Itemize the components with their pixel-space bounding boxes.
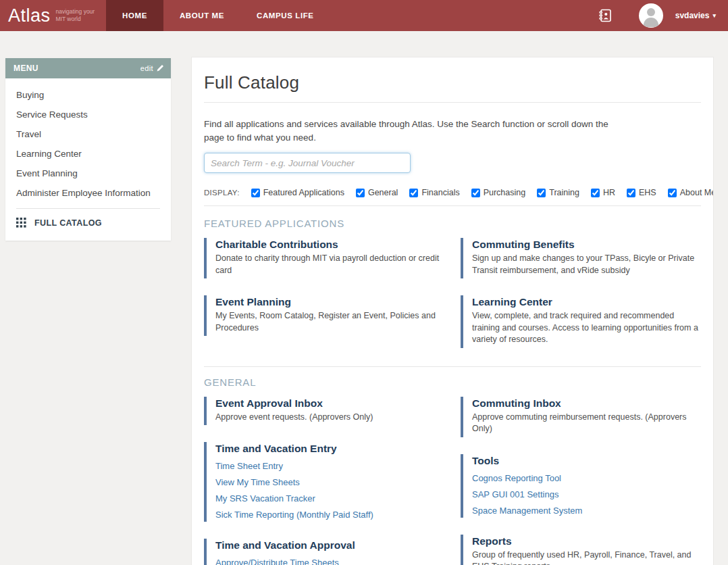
display-filter-row: DISPLAY: Featured Applications General F… [204,188,701,197]
sidebar-item-administer-employee-information[interactable]: Administer Employee Information [5,183,171,203]
app-card-title[interactable]: Commuting Benefits [472,239,701,251]
app-card-title[interactable]: Charitable Contributions [215,239,444,251]
link-sap-gui-001-settings[interactable]: SAP GUI 001 Settings [472,489,701,499]
menu-edit-button[interactable]: edit [140,64,164,72]
filter-ehs[interactable]: EHS [627,188,656,197]
filter-featured-applications[interactable]: Featured Applications [251,188,344,197]
app-card-title[interactable]: Event Approval Inbox [215,397,444,410]
sidebar-item-full-catalog[interactable]: FULL CATALOG [5,209,171,238]
atlas-logo[interactable]: Atlas navigating your MIT world [0,0,106,31]
pencil-icon [156,64,164,72]
sidebar-item-buying[interactable]: Buying [5,85,171,105]
filter-training-checkbox[interactable] [537,189,546,197]
sidebar-menu-title: MENU [14,64,38,73]
header-right-controls: svdavies ▾ [598,0,728,31]
intro-text: Find all applications and services avail… [204,118,616,144]
app-card-description: My Events, Room Catalog, Register an Eve… [215,310,444,334]
sidebar-menu-header: MENU edit [5,58,171,78]
filter-hr-checkbox[interactable] [591,189,600,197]
app-card-title[interactable]: Reports [472,535,701,547]
app-card-event-approval-inbox: Event Approval Inbox Approve event reque… [204,397,444,426]
app-card-charitable-contributions: Charitable Contributions Donate to chari… [204,238,444,278]
user-menu[interactable]: svdavies ▾ [675,11,716,20]
link-my-srs-vacation-tracker[interactable]: My SRS Vacation Tracker [215,493,444,503]
nav-tab-home[interactable]: HOME [106,0,163,31]
link-cognos-reporting-tool[interactable]: Cognos Reporting Tool [472,473,701,483]
user-avatar[interactable] [639,3,663,28]
nav-tab-about-me[interactable]: ABOUT ME [163,0,240,31]
avatar-silhouette-body [644,18,658,27]
sidebar-menu-panel: MENU edit Buying Service Requests Travel… [5,58,171,241]
section-title-featured-applications: FEATURED APPLICATIONS [204,218,701,229]
full-catalog-panel: Full Catalog Find all applications and s… [191,57,714,565]
app-card-title: Tools [472,455,701,467]
app-card-learning-center: Learning Center View, complete, and trac… [461,295,701,348]
top-header-bar: Atlas navigating your MIT world HOME ABO… [0,0,728,31]
filter-financials[interactable]: Financials [409,188,459,197]
app-card-title: Time and Vacation Approval [215,539,444,551]
filter-purchasing-checkbox[interactable] [471,189,480,197]
sidebar-item-learning-center[interactable]: Learning Center [5,144,171,164]
atlas-logo-text: Atlas [8,7,51,25]
app-card-description: View, complete, and track required and r… [472,310,701,346]
app-card-description: Sign up and make changes to your TPass, … [472,253,701,276]
app-card-commuting-benefits: Commuting Benefits Sign up and make chan… [461,238,701,278]
app-card-title[interactable]: Learning Center [472,296,701,308]
section-title-general: GENERAL [204,376,701,388]
general-left-column: Event Approval Inbox Approve event reque… [204,397,444,565]
app-card-title[interactable]: Event Planning [215,296,444,308]
avatar-silhouette-head [647,8,655,16]
app-card-commuting-inbox: Commuting Inbox Approve commuting reimbu… [461,397,701,437]
app-card-event-planning: Event Planning My Events, Room Catalog, … [204,295,444,336]
filter-about-me[interactable]: About Me [668,188,714,197]
filter-general-checkbox[interactable] [356,189,365,197]
filter-general[interactable]: General [356,188,398,197]
app-card-description: Approve event requests. (Approvers Only) [215,412,444,424]
display-label: DISPLAY: [204,189,240,197]
app-card-tools: Tools Cognos Reporting Tool SAP GUI 001 … [461,454,701,518]
username-label: svdavies [675,11,710,20]
filters-divider [204,205,701,206]
app-card-reports: Reports Group of frequently used HR, Pay… [461,535,701,565]
featured-left-column: Charitable Contributions Donate to chari… [204,238,444,348]
filter-hr[interactable]: HR [591,188,615,197]
sidebar-menu-items: Buying Service Requests Travel Learning … [5,78,171,241]
app-card-time-and-vacation-entry: Time and Vacation Entry Time Sheet Entry… [204,442,444,522]
page-title: Full Catalog [204,72,701,93]
link-sick-time-reporting[interactable]: Sick Time Reporting (Monthly Paid Staff) [215,510,444,520]
filter-financials-checkbox[interactable] [409,189,418,197]
filter-training[interactable]: Training [537,188,579,197]
sidebar-item-event-planning[interactable]: Event Planning [5,164,171,183]
featured-right-column: Commuting Benefits Sign up and make chan… [461,238,701,348]
title-divider [204,102,701,103]
link-space-management-system[interactable]: Space Management System [472,506,701,516]
nav-tab-campus-life[interactable]: CAMPUS LIFE [240,0,330,31]
filter-about-me-checkbox[interactable] [668,189,677,197]
full-catalog-label: FULL CATALOG [34,218,102,228]
link-time-sheet-entry[interactable]: Time Sheet Entry [215,461,444,471]
sidebar-item-service-requests[interactable]: Service Requests [5,105,171,124]
filter-purchasing[interactable]: Purchasing [471,188,526,197]
link-view-my-time-sheets[interactable]: View My Time Sheets [215,477,444,487]
filter-featured-applications-checkbox[interactable] [251,189,260,197]
app-card-description: Donate to charity through MIT via payrol… [215,253,444,276]
caret-down-icon: ▾ [712,12,716,19]
filter-ehs-checkbox[interactable] [627,189,635,197]
general-right-column: Commuting Inbox Approve commuting reimbu… [461,397,701,565]
section-divider [204,366,701,367]
app-card-title: Time and Vacation Entry [215,443,444,455]
app-card-time-and-vacation-approval: Time and Vacation Approval Approve/Distr… [204,539,444,565]
featured-applications-grid: Charitable Contributions Donate to chari… [204,238,701,348]
app-card-title[interactable]: Commuting Inbox [472,397,701,410]
search-input[interactable] [204,153,411,173]
link-approve-distribute-time-sheets[interactable]: Approve/Distribute Time Sheets [215,558,444,565]
sidebar-item-travel[interactable]: Travel [5,124,171,144]
general-grid: Event Approval Inbox Approve event reque… [204,397,701,565]
atlas-logo-tagline: navigating your MIT world [56,8,95,22]
app-card-description: Approve commuting reimbursement requests… [472,412,701,435]
address-book-icon[interactable] [598,9,612,22]
primary-nav: HOME ABOUT ME CAMPUS LIFE [106,0,330,31]
grid-icon [16,218,26,228]
app-card-description: Group of frequently used HR, Payroll, Fi… [472,549,701,565]
